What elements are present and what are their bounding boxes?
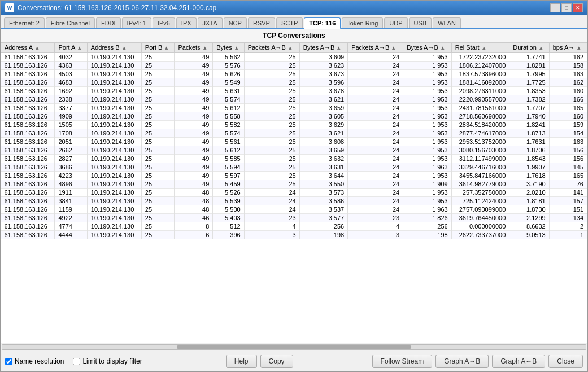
table-cell: 1 (549, 231, 587, 239)
table-row[interactable]: 61.158.163.126266210.190.214.13025495 61… (1, 146, 587, 155)
col-header-address-b[interactable]: Address B ▴ (87, 43, 141, 53)
tab-ipv6[interactable]: IPv6 (153, 17, 175, 28)
conversations-table: Address A ▴Port A ▴Address B ▴Port B ▴Pa… (1, 42, 587, 239)
table-cell: 49 (175, 78, 213, 87)
table-row[interactable]: 61.158.163.126490910.190.214.13025495 55… (1, 112, 587, 121)
table-cell: 61.158.163.126 (1, 104, 55, 112)
graph-ab-button[interactable]: Graph A→B (435, 355, 489, 368)
tab-fddi[interactable]: FDDI (96, 17, 121, 28)
scrollbar-track[interactable] (2, 344, 586, 350)
table-cell: 61.158.163.126 (1, 129, 55, 138)
name-resolution-label[interactable]: Name resolution (5, 357, 64, 365)
table-row[interactable]: 61.158.163.126384110.190.214.13025485 53… (1, 197, 587, 205)
table-cell: 61.158.163.126 (1, 138, 55, 146)
table-row[interactable]: 61.158.163.126436310.190.214.13025495 57… (1, 62, 587, 70)
tab-ipv4--1[interactable]: IPv4: 1 (122, 17, 151, 28)
tab-tcp--116[interactable]: TCP: 116 (304, 17, 341, 29)
table-container[interactable]: Address A ▴Port A ▴Address B ▴Port B ▴Pa… (1, 42, 587, 343)
col-header-bytes[interactable]: Bytes ▴ (213, 43, 244, 53)
table-cell: 49 (175, 53, 213, 62)
table-cell: 5 597 (213, 172, 244, 180)
table-row[interactable]: 61.158.163.126368610.190.214.13025495 59… (1, 163, 587, 172)
table-row[interactable]: 61.158.163.126150510.190.214.13025495 58… (1, 121, 587, 129)
scrollbar-thumb[interactable] (177, 345, 411, 349)
table-cell: 3 537 (299, 205, 348, 214)
tab-sctp[interactable]: SCTP (276, 17, 303, 28)
table-cell: 24 (348, 155, 403, 163)
table-cell: 23 (244, 214, 299, 222)
col-header-bytes-a-b[interactable]: Bytes A→B ▴ (299, 43, 348, 53)
minimize-button[interactable]: ─ (550, 3, 560, 12)
tab-udp[interactable]: UDP (384, 17, 407, 28)
table-cell: 1837.573896000 (451, 70, 509, 78)
table-cell: 25 (244, 95, 299, 104)
table-row[interactable]: 61.158.163.126115910.190.214.13025485 50… (1, 205, 587, 214)
tab-rsvp[interactable]: RSVP (248, 17, 275, 28)
table-row[interactable]: 61.158.163.126444410.190.214.13025639631… (1, 231, 587, 239)
tab-fibre-channel[interactable]: Fibre Channel (46, 17, 95, 28)
tab-ncp[interactable]: NCP (224, 17, 247, 28)
table-row[interactable]: 61.158.163.126477410.190.214.13025851242… (1, 222, 587, 231)
table-row[interactable]: 61.158.163.126191110.190.214.13025485 52… (1, 189, 587, 197)
table-row[interactable]: 61.158.163.126468310.190.214.13025495 54… (1, 78, 587, 87)
table-cell: 24 (348, 95, 403, 104)
maximize-button[interactable]: □ (561, 3, 572, 12)
table-row[interactable]: 61.158.163.126403210.190.214.13025495 56… (1, 53, 587, 62)
tab-ethernet--2[interactable]: Ethernet: 2 (4, 17, 45, 28)
table-cell: 2098.276311000 (451, 87, 509, 95)
table-cell: 5 582 (213, 121, 244, 129)
help-button[interactable]: Help (226, 355, 257, 368)
table-row[interactable]: 61.158.163.126422310.190.214.13025495 59… (1, 172, 587, 180)
name-resolution-checkbox[interactable] (5, 358, 12, 365)
tab-jxta[interactable]: JXTA (198, 17, 223, 28)
close-dialog-button[interactable]: Close (548, 355, 583, 368)
table-cell: 163 (549, 70, 587, 78)
col-header-rel-start[interactable]: Rel Start ▴ (451, 43, 509, 53)
col-header-bps-a-[interactable]: bps A→ ▴ (549, 43, 587, 53)
table-cell: 10.190.214.130 (87, 231, 141, 239)
table-cell: 49 (175, 163, 213, 172)
tab-wlan[interactable]: WLAN (433, 17, 461, 28)
table-row[interactable]: 61.158.163.126205110.190.214.13025495 56… (1, 138, 587, 146)
col-header-packets-a-b[interactable]: Packets A→B ▴ (348, 43, 403, 53)
table-row[interactable]: 61.158.163.126170810.190.214.13025495 57… (1, 129, 587, 138)
tab-ipx[interactable]: IPX (176, 17, 197, 28)
table-row[interactable]: 61.158.163.126233810.190.214.13025495 57… (1, 95, 587, 104)
follow-stream-button[interactable]: Follow Stream (372, 355, 433, 368)
horizontal-scrollbar[interactable] (1, 343, 587, 351)
close-window-button[interactable]: ✕ (573, 3, 583, 12)
copy-button[interactable]: Copy (260, 355, 293, 368)
table-row[interactable]: 61.158.163.126337710.190.214.13025495 61… (1, 104, 587, 112)
table-cell: 5 500 (213, 205, 244, 214)
col-header-port-b[interactable]: Port B ▴ (141, 43, 175, 53)
graph-ba-button[interactable]: Graph A←B (492, 355, 545, 368)
sort-arrow: ▴ (235, 44, 238, 51)
col-header-packets[interactable]: Packets ▴ (175, 43, 213, 53)
table-cell: 24 (348, 197, 403, 205)
table-cell: 25 (141, 62, 175, 70)
limit-display-checkbox[interactable] (73, 358, 80, 365)
table-row[interactable]: 61.158.163.126489610.190.214.13025495 45… (1, 180, 587, 189)
tab-token-ring[interactable]: Token Ring (342, 17, 383, 28)
table-cell: 61.158.163.126 (1, 222, 55, 231)
table-cell: 25 (244, 62, 299, 70)
table-cell: 4683 (55, 78, 87, 87)
tab-usb[interactable]: USB (409, 17, 432, 28)
table-cell: 25 (141, 222, 175, 231)
col-header-bytes-a-b[interactable]: Bytes A→B ▴ (403, 43, 452, 53)
table-row[interactable]: 61.158.163.126169210.190.214.13025495 63… (1, 87, 587, 95)
table-row[interactable]: 61.158.163.126450310.190.214.13025495 62… (1, 70, 587, 78)
col-header-packets-a-b[interactable]: Packets A→B ▴ (244, 43, 299, 53)
table-cell: 3619.764450000 (451, 214, 509, 222)
table-cell: 1.8353 (509, 87, 549, 95)
col-header-port-a[interactable]: Port A ▴ (55, 43, 87, 53)
sort-arrow: ▴ (123, 44, 126, 51)
limit-display-label[interactable]: Limit to display filter (73, 357, 142, 365)
col-header-address-a[interactable]: Address A ▴ (1, 43, 55, 53)
table-row[interactable]: 61.158.163.126492210.190.214.13025465 40… (1, 214, 587, 222)
table-row[interactable]: 61.158.163.126282710.190.214.13025495 58… (1, 155, 587, 163)
title-bar: W Conversations: 61.158.163.126-2015-06-… (1, 1, 587, 15)
checkboxes-group: Name resolution Limit to display filter (5, 357, 142, 365)
table-cell: 3 644 (299, 172, 348, 180)
col-header-duration[interactable]: Duration ▴ (509, 43, 549, 53)
